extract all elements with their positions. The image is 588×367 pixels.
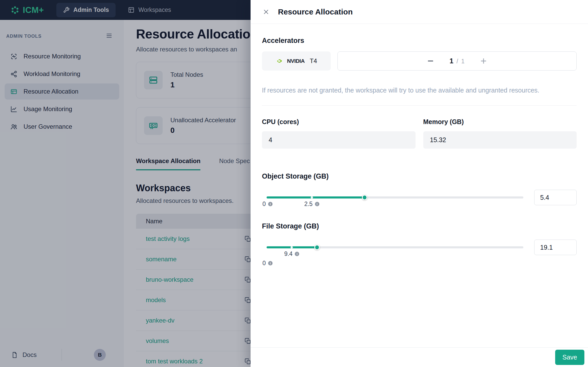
object-storage-slider[interactable]: 0 2.5: [267, 196, 523, 198]
app-root: ICM+ Admin Tools Workspaces ADMIN TOOLS: [0, 0, 588, 367]
drawer-footer: Save: [251, 347, 588, 367]
memory-label: Memory (GB): [423, 118, 577, 126]
object-storage-value-input[interactable]: 5.4: [534, 190, 577, 205]
slider-min-label: 0: [262, 201, 273, 208]
accelerator-row: NVIDIA T4 1 / 1: [262, 51, 577, 71]
object-storage-slider-area: 0 2.5: [262, 190, 525, 215]
object-storage-row: 0 2.5 5.4: [262, 190, 577, 215]
granted-marker: [291, 246, 293, 249]
save-button[interactable]: Save: [555, 350, 584, 365]
accelerator-count-stepper: 1 / 1: [337, 51, 577, 71]
info-icon[interactable]: [295, 252, 299, 256]
slider-fill: [267, 196, 365, 198]
object-storage-heading: Object Storage (GB): [262, 172, 577, 180]
nvidia-logo-icon: [276, 58, 283, 64]
drawer-title: Resource Allocation: [278, 7, 353, 16]
section-divider: [262, 105, 577, 106]
marker-value: 2.5: [304, 201, 313, 208]
info-icon[interactable]: [268, 261, 273, 265]
resource-allocation-drawer: Resource Allocation Accelerators NVIDIA …: [251, 0, 588, 367]
stepper-separator: /: [456, 58, 458, 65]
file-storage-value-input[interactable]: 19.1: [534, 240, 577, 255]
slider-min-label: 0: [262, 260, 273, 267]
accelerator-model: T4: [310, 57, 317, 65]
drawer-header: Resource Allocation: [251, 0, 588, 24]
file-storage-heading: File Storage (GB): [262, 222, 577, 230]
granted-marker: [311, 196, 313, 199]
file-storage-slider[interactable]: 9.4 0: [267, 246, 523, 248]
slider-marker-label: 9.4: [284, 250, 299, 257]
increment-button[interactable]: [480, 57, 487, 65]
info-icon[interactable]: [268, 202, 273, 206]
file-storage-slider-area: 9.4 0: [262, 240, 525, 268]
stepper-current: 1: [449, 57, 453, 65]
info-icon[interactable]: [315, 202, 319, 206]
nvidia-wordmark: NVIDIA: [287, 58, 305, 64]
resources-help-text: If resources are not granted, the worksp…: [262, 87, 577, 94]
stepper-value: 1 / 1: [449, 57, 464, 65]
accelerator-chip[interactable]: NVIDIA T4: [262, 51, 331, 71]
cpu-label: CPU (cores): [262, 118, 416, 126]
file-storage-row: 9.4 0 19.1: [262, 240, 577, 268]
slider-thumb[interactable]: [362, 195, 367, 200]
min-value: 0: [262, 201, 266, 208]
stepper-max: 1: [461, 58, 465, 65]
min-value: 0: [262, 260, 266, 267]
close-icon[interactable]: [262, 8, 270, 16]
cpu-memory-row: CPU (cores) 4 Memory (GB) 15.32: [262, 118, 577, 149]
slider-thumb[interactable]: [314, 245, 320, 250]
decrement-button[interactable]: [427, 57, 434, 65]
slider-marker-label: 2.5: [304, 201, 319, 208]
accelerators-heading: Accelerators: [262, 37, 577, 45]
memory-input[interactable]: 15.32: [423, 131, 577, 149]
marker-value: 9.4: [284, 250, 292, 257]
cpu-input[interactable]: 4: [262, 131, 416, 149]
drawer-body: Accelerators NVIDIA T4 1 / 1: [251, 37, 588, 268]
